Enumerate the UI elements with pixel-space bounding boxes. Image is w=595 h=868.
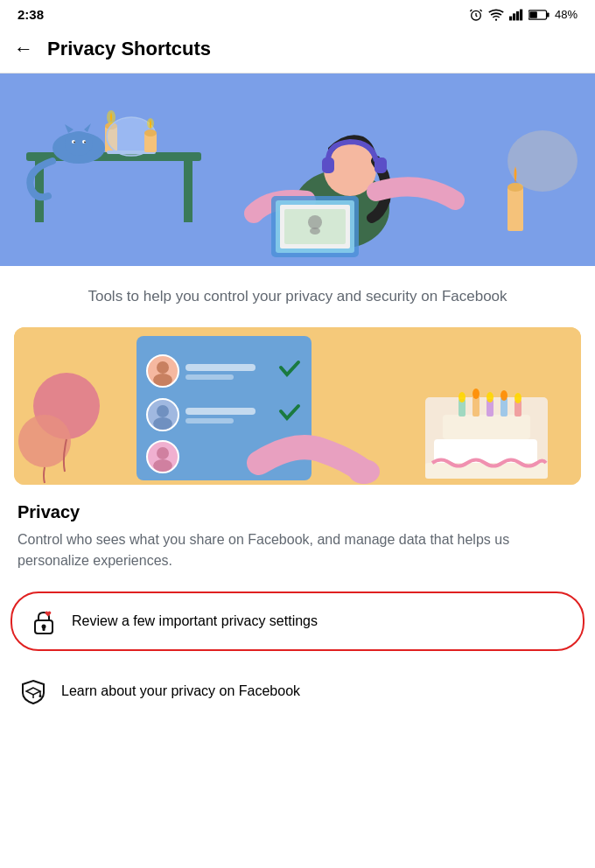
svg-point-76 — [514, 393, 522, 403]
svg-point-37 — [308, 215, 322, 229]
svg-marker-80 — [26, 688, 40, 695]
privacy-section-description: Control who sees what you share on Faceb… — [18, 529, 578, 573]
review-privacy-label: Review a few important privacy settings — [72, 613, 318, 629]
svg-point-54 — [157, 405, 169, 417]
back-button[interactable]: ← — [14, 38, 33, 60]
svg-point-14 — [65, 131, 93, 156]
svg-rect-12 — [184, 161, 192, 222]
status-icons: 48% — [469, 8, 578, 22]
signal-icon — [509, 9, 523, 21]
learn-privacy-button[interactable]: Learn about your privacy on Facebook — [0, 663, 595, 719]
svg-rect-4 — [516, 11, 519, 20]
svg-rect-56 — [186, 408, 256, 415]
svg-point-72 — [458, 392, 466, 402]
svg-rect-2 — [509, 16, 512, 20]
svg-rect-32 — [374, 158, 387, 173]
svg-point-48 — [157, 361, 169, 374]
battery-percent: 48% — [555, 8, 578, 21]
svg-point-1 — [495, 18, 497, 20]
svg-rect-50 — [186, 364, 256, 371]
privacy-section: Privacy Control who sees what you share … — [0, 485, 595, 573]
svg-point-55 — [153, 417, 172, 430]
svg-point-41 — [508, 130, 578, 192]
svg-point-60 — [157, 447, 169, 459]
svg-rect-79 — [43, 627, 46, 631]
review-privacy-settings-button[interactable]: Review a few important privacy settings — [10, 592, 584, 651]
svg-point-38 — [310, 228, 320, 234]
svg-point-28 — [147, 118, 154, 129]
learn-privacy-label: Learn about your privacy on Facebook — [61, 683, 300, 699]
privacy-illustration — [14, 327, 581, 485]
svg-point-27 — [144, 130, 157, 136]
svg-rect-3 — [513, 13, 515, 20]
svg-point-62 — [348, 459, 380, 484]
alarm-icon — [469, 8, 483, 22]
page-title: Privacy Shortcuts — [47, 38, 211, 60]
hero-illustration — [0, 74, 595, 266]
svg-rect-5 — [520, 9, 522, 20]
subtitle-section: Tools to help you control your privacy a… — [0, 266, 595, 327]
status-time: 2:38 — [18, 7, 44, 22]
svg-rect-8 — [529, 11, 537, 18]
svg-point-20 — [84, 142, 86, 144]
svg-point-75 — [500, 390, 508, 401]
svg-point-82 — [39, 695, 42, 697]
lock-heart-icon — [28, 606, 60, 637]
svg-rect-57 — [186, 418, 234, 424]
svg-rect-51 — [186, 374, 234, 380]
svg-rect-7 — [547, 12, 550, 17]
graduation-shield-icon — [18, 676, 49, 707]
svg-point-74 — [486, 392, 494, 402]
subtitle-text: Tools to help you control your privacy a… — [26, 285, 569, 308]
svg-point-73 — [472, 388, 480, 399]
battery-icon — [528, 9, 550, 21]
nav-bar: ← Privacy Shortcuts — [0, 29, 595, 74]
svg-point-49 — [153, 374, 172, 386]
status-bar: 2:38 48% — [0, 0, 595, 29]
svg-point-19 — [74, 142, 75, 144]
privacy-section-title: Privacy — [18, 502, 578, 522]
wifi-icon — [488, 9, 504, 21]
svg-rect-31 — [322, 158, 334, 173]
svg-rect-39 — [508, 187, 523, 231]
svg-point-61 — [153, 459, 172, 472]
svg-rect-64 — [443, 415, 530, 439]
